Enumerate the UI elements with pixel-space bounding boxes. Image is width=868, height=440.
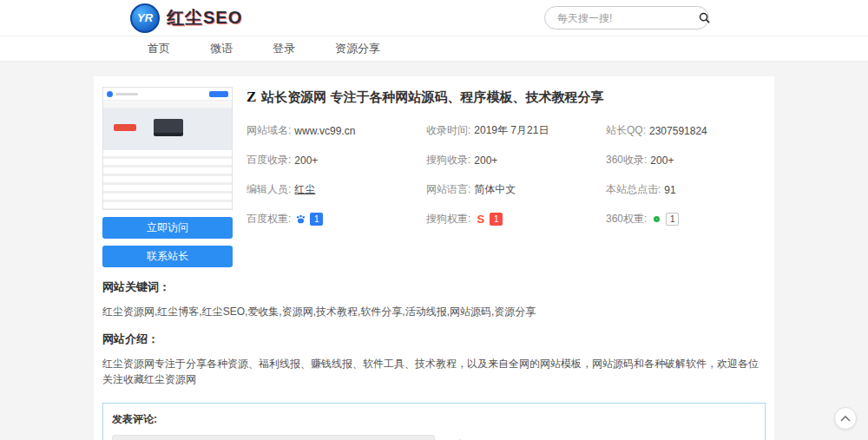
search-box: [544, 6, 709, 30]
editor-link[interactable]: 红尘: [294, 182, 315, 197]
360-weight-icon: [650, 213, 663, 226]
visit-button[interactable]: 立即访问: [102, 217, 233, 239]
chevron-up-icon: [840, 415, 851, 422]
info-sogou-index: 搜狗收录: 200+: [426, 153, 606, 167]
nickname-input[interactable]: [112, 435, 435, 440]
nav-item-home[interactable]: 首页: [148, 41, 170, 56]
info-include-date: 收录时间: 2019年 7月21日: [426, 123, 606, 138]
page-title: 站长资源网 专注于各种网站源码、程序模板、技术教程分享: [261, 89, 603, 106]
info-baidu-weight: 百度权重: 1: [247, 212, 426, 227]
keywords-heading: 网站关键词：: [102, 279, 766, 295]
main-nav: 首页 微语 登录 资源分享: [0, 36, 868, 62]
sogou-weight-icon: S: [474, 213, 487, 226]
intro-heading: 网站介绍：: [102, 332, 766, 347]
info-sogou-weight: 搜狗权重: S 1: [426, 212, 606, 227]
info-language: 网站语言: 简体中文: [426, 182, 606, 197]
info-360-index: 360收录: 200+: [606, 153, 766, 167]
keywords-text: 红尘资源网,红尘博客,红尘SEO,爱收集,资源网,技术教程,软件分享,活动线报,…: [102, 304, 766, 319]
back-to-top-button[interactable]: [834, 407, 857, 430]
top-header: YR 红尘SEO: [0, 0, 868, 36]
info-webmaster-qq: 站长QQ: 2307591824: [606, 123, 766, 138]
site-info-grid: 网站域名: www.vc99.cn 收录时间: 2019年 7月21日 站长QQ…: [247, 123, 766, 227]
nav-item-weiyu[interactable]: 微语: [210, 41, 233, 56]
site-thumbnail[interactable]: [102, 87, 233, 210]
contact-webmaster-button[interactable]: 联系站长: [102, 246, 233, 267]
comment-row-nickname: 昵称: [112, 435, 756, 440]
comment-heading: 发表评论:: [112, 412, 756, 427]
search-icon: [699, 12, 710, 23]
info-editor: 编辑人员: 红尘: [247, 182, 426, 197]
info-360-weight: 360权重: 1: [606, 212, 766, 227]
logo-icon: YR: [130, 3, 160, 33]
intro-text: 红尘资源网专注于分享各种资源、福利线报、赚钱线报、软件工具、技术教程，以及来自全…: [102, 356, 766, 387]
site-favicon-icon: Z: [247, 89, 256, 106]
info-total-clicks: 本站总点击: 91: [606, 182, 766, 197]
logo[interactable]: YR 红尘SEO: [130, 3, 242, 33]
nav-item-login[interactable]: 登录: [273, 41, 295, 56]
nav-item-resource-share[interactable]: 资源分享: [335, 41, 380, 56]
search-button[interactable]: [697, 12, 719, 23]
nickname-label: 昵称: [444, 437, 464, 440]
search-input[interactable]: [545, 12, 697, 24]
site-card: 立即访问 联系站长 Z 站长资源网 专注于各种网站源码、程序模板、技术教程分享 …: [94, 76, 774, 440]
info-baidu-index: 百度收录: 200+: [247, 153, 426, 167]
info-domain: 网站域名: www.vc99.cn: [247, 123, 426, 138]
logo-text: 红尘SEO: [167, 6, 242, 30]
main-content: 立即访问 联系站长 Z 站长资源网 专注于各种网站源码、程序模板、技术教程分享 …: [0, 76, 868, 440]
comment-form: 发表评论: 昵称 邮件地址 (选填) 个人主页 (选填): [102, 403, 766, 440]
baidu-weight-icon: [294, 213, 307, 226]
